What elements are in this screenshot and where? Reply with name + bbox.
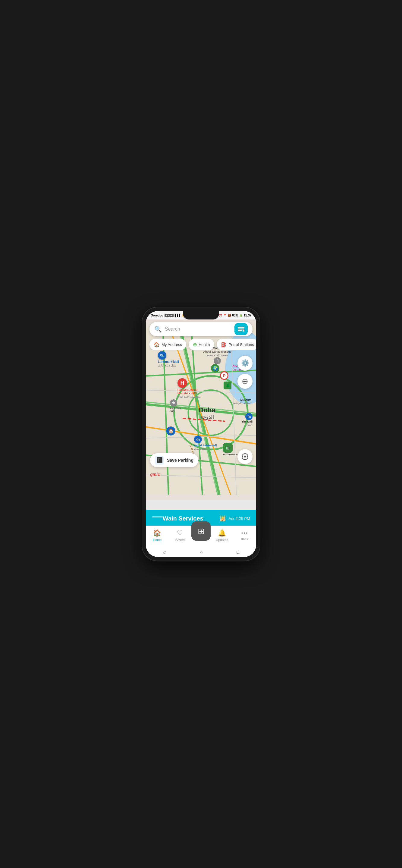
home-nav-label: Home xyxy=(153,538,161,541)
mute-icon: 🔕 xyxy=(227,314,231,317)
phone-screen: Ooredoo VoLTE ▌▌▌ 📶 Qatar University جام… xyxy=(146,311,256,557)
nav-saved[interactable]: ♡ Saved xyxy=(169,529,192,541)
network-badge: VoLTE xyxy=(164,314,174,317)
search-placeholder[interactable]: Search xyxy=(165,327,231,332)
phone-frame: Ooredoo VoLTE ▌▌▌ 📶 Qatar University جام… xyxy=(142,307,260,561)
status-bar: Ooredoo VoLTE ▌▌▌ 📶 Qatar University جام… xyxy=(146,311,256,319)
navigation-bar: 🏠 Home ♡ Saved ⊞ 🔔 Updates ••• more xyxy=(146,526,256,547)
mosque-icon: 🕌 xyxy=(219,515,226,522)
home-nav-icon: 🏠 xyxy=(153,529,161,537)
settings-button[interactable]: ⚙️ xyxy=(238,355,252,371)
home-marker[interactable]: 🏠 xyxy=(166,427,175,435)
gps-icon xyxy=(241,453,249,460)
park-marker[interactable]: 🌲 xyxy=(224,381,231,390)
svg-rect-22 xyxy=(238,327,244,328)
globe-marker[interactable]: 🌍 xyxy=(211,364,219,373)
petrol-icon: ⛽ xyxy=(221,342,227,347)
city-name-ar: الدوحة xyxy=(199,414,215,420)
recents-button[interactable]: □ xyxy=(237,550,239,555)
android-navigation: ◁ ○ □ xyxy=(146,547,256,557)
search-icon: 🔍 xyxy=(154,326,162,333)
qmic-text: qmic xyxy=(150,472,160,477)
back-button[interactable]: ◁ xyxy=(163,550,166,555)
landmark-mall-marker[interactable]: 🛍 Landmark Mallمول لاندج مارك xyxy=(158,351,179,367)
svg-rect-23 xyxy=(238,329,244,330)
qmic-logo: qmic xyxy=(150,472,160,477)
svg-rect-24 xyxy=(238,330,242,331)
the-mall-marker[interactable]: 🛍 The Mallالمول xyxy=(242,413,252,426)
home-button[interactable]: ○ xyxy=(200,550,203,555)
carrier-label: Ooredoo xyxy=(151,314,163,317)
signal-icon: ▌▌▌ xyxy=(175,314,181,317)
parking-marker[interactable]: P xyxy=(220,371,228,380)
svg-point-27 xyxy=(244,456,246,458)
qr-scan-button[interactable]: ⊞ xyxy=(191,521,211,541)
address-label: My Address xyxy=(161,342,182,347)
petrol-label: Petrol Stations xyxy=(229,342,254,347)
dar-salam-marker[interactable]: 🛍 Dar Al Salam Mallدار السلام مول xyxy=(194,435,217,451)
qr-icon: ⊞ xyxy=(198,526,205,536)
location-icon: 📍 xyxy=(223,314,227,317)
search-container: 🔍 Search xyxy=(150,322,252,336)
save-parking-button[interactable]: 🅿 Save Parking xyxy=(150,453,198,467)
nav-updates[interactable]: 🔔 Updates xyxy=(211,529,234,541)
updates-nav-label: Updates xyxy=(216,538,228,541)
svg-rect-25 xyxy=(243,330,244,332)
lekhwiya-marker[interactable]: 🏛 Lekhwiyaلخوية xyxy=(170,399,181,412)
parking-icon: 🅿 xyxy=(157,457,162,464)
gps-button[interactable] xyxy=(238,449,252,464)
updates-nav-icon: 🔔 xyxy=(218,529,226,537)
address-icon: 🏠 xyxy=(154,342,160,347)
add-location-button[interactable]: ⊕ xyxy=(238,374,252,389)
parking-icon-wrap: 🅿 xyxy=(155,456,164,465)
wain-title: Wain Services xyxy=(163,515,204,522)
city-name-en: Doha xyxy=(199,406,215,414)
status-right: ⏰ 📍 🔕 83% 🔋 11:37 xyxy=(218,314,251,317)
more-nav-icon: ••• xyxy=(241,530,248,536)
prayer-time: 🕌 Asr 2:25 PM xyxy=(219,515,250,522)
nav-more[interactable]: ••• more xyxy=(234,530,256,540)
map-area[interactable]: Q1 Al Amir St طريق سلوى 🛍 Landmark Mallم… xyxy=(146,319,256,500)
bottom-panel: Wain Services 🕌 Asr 2:25 PM 🏠 Home ♡ Sav… xyxy=(146,510,256,557)
saved-nav-icon: ♡ xyxy=(177,529,183,537)
time-label: 11:37 xyxy=(244,314,251,317)
hamad-hospital-marker[interactable]: H Hamad GeneralHospital - HMCمستشفى حمد … xyxy=(178,378,201,398)
my-address-chip[interactable]: 🏠 My Address xyxy=(150,339,186,350)
health-icon: ⊕ xyxy=(193,342,197,347)
gear-icon: ⚙️ xyxy=(241,359,249,367)
battery-icon: 🔋 xyxy=(239,314,243,317)
alarm-icon: ⏰ xyxy=(218,314,222,317)
petrol-chip[interactable]: ⛽ Petrol Stations xyxy=(217,339,256,350)
museum-marker[interactable]: Museumالمتحف الوطني xyxy=(233,398,251,404)
save-parking-label: Save Parking xyxy=(167,458,193,463)
health-label: Health xyxy=(198,342,210,347)
health-chip[interactable]: ⊕ Health xyxy=(189,339,214,350)
city-label: Doha الدوحة xyxy=(199,406,215,420)
nav-home[interactable]: 🏠 Home xyxy=(146,529,169,541)
drag-indicator xyxy=(152,516,163,518)
search-bar[interactable]: 🔍 Search xyxy=(150,322,252,336)
add-icon: ⊕ xyxy=(242,377,248,386)
more-nav-label: more xyxy=(241,537,249,540)
saved-nav-label: Saved xyxy=(175,538,185,541)
camera-notch xyxy=(183,311,219,319)
menu-button[interactable] xyxy=(235,323,248,335)
prayer-time-label: Asr 2:25 PM xyxy=(228,516,250,521)
battery-label: 83% xyxy=(232,314,238,317)
category-chips: 🏠 My Address ⊕ Health ⛽ Petrol Stations xyxy=(150,339,256,350)
